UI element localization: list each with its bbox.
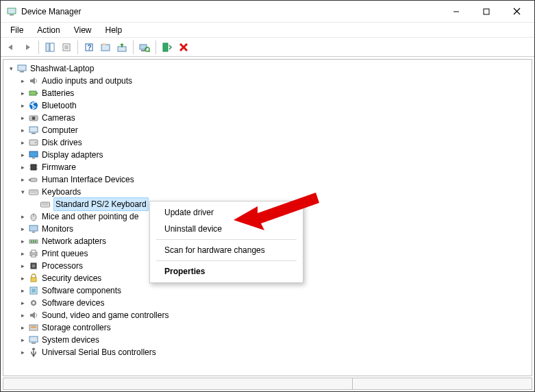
svg-rect-71 — [29, 336, 38, 342]
expand-icon[interactable]: ▸ — [18, 161, 28, 173]
category-label: Software devices — [42, 297, 104, 309]
update-driver-button[interactable] — [114, 40, 129, 55]
svg-rect-25 — [20, 71, 24, 73]
storage-icon — [28, 322, 39, 333]
svg-rect-16 — [118, 47, 126, 51]
svg-rect-35 — [29, 151, 38, 157]
keyboard-icon — [40, 199, 51, 210]
category-label: Sound, video and game controllers — [42, 309, 169, 321]
category-label: Display adapters — [42, 149, 103, 161]
help-button[interactable]: ? — [82, 40, 97, 55]
category-label: Universal Serial Bus controllers — [42, 346, 156, 358]
collapse-icon[interactable]: ▾ — [6, 62, 16, 75]
svg-rect-72 — [32, 343, 36, 344]
mouse-icon — [28, 211, 39, 222]
show-hide-tree-button[interactable] — [42, 40, 58, 55]
action-button[interactable] — [98, 40, 113, 55]
maximize-button[interactable] — [471, 1, 501, 22]
network-icon — [28, 236, 39, 247]
expand-icon[interactable]: ▸ — [18, 247, 28, 260]
expand-icon[interactable]: ▸ — [18, 173, 28, 186]
expand-icon[interactable]: ▸ — [18, 124, 28, 136]
expand-icon[interactable]: ▸ — [18, 272, 28, 284]
menu-action[interactable]: Action — [30, 24, 66, 36]
category-label: Keyboards — [42, 186, 81, 198]
menubar: File Action View Help — [1, 23, 534, 38]
tree-category[interactable]: ▸Display adapters — [5, 149, 530, 161]
device-label: Standard PS/2 Keyboard — [53, 197, 149, 211]
category-label: Audio inputs and outputs — [42, 75, 132, 87]
tree-category[interactable]: ▸Software components — [5, 284, 530, 297]
tree-category[interactable]: ▸Firmware — [5, 161, 530, 173]
tree-category[interactable]: ▸System devices — [5, 334, 530, 346]
tree-category[interactable]: ▸Bluetooth — [5, 99, 530, 112]
tree-root-node[interactable]: ▾Shashwat-Laptop — [5, 62, 530, 75]
tree-category[interactable]: ▸Computer — [5, 124, 530, 136]
minimize-button[interactable] — [441, 1, 471, 22]
svg-rect-1 — [10, 14, 14, 16]
svg-rect-26 — [29, 91, 36, 95]
toolbar-separator — [155, 40, 156, 54]
context-menu-separator — [156, 260, 297, 261]
expand-icon[interactable]: ▸ — [18, 87, 28, 99]
close-button[interactable] — [501, 1, 532, 22]
menu-view[interactable]: View — [67, 24, 99, 36]
expand-icon[interactable]: ▾ — [18, 186, 28, 198]
svg-point-73 — [33, 355, 35, 357]
expand-icon[interactable]: ▸ — [18, 346, 28, 358]
menu-file[interactable]: File — [3, 24, 30, 36]
context-menu-item[interactable]: Uninstall device — [152, 221, 301, 237]
context-menu-item[interactable]: Properties — [152, 263, 301, 280]
tree-category[interactable]: ▸Cameras — [5, 112, 530, 124]
tree-category[interactable]: ▸Audio inputs and outputs — [5, 75, 530, 87]
expand-icon[interactable]: ▸ — [18, 149, 28, 161]
svg-point-67 — [33, 302, 35, 304]
svg-rect-52 — [29, 225, 38, 231]
expand-icon[interactable]: ▸ — [18, 260, 28, 272]
add-legacy-button[interactable] — [160, 40, 175, 55]
computer-icon — [28, 125, 39, 136]
menu-help[interactable]: Help — [99, 24, 129, 36]
expand-icon[interactable]: ▸ — [18, 334, 28, 346]
status-bar-separator — [352, 378, 353, 389]
cpu-icon — [28, 260, 39, 271]
expand-icon[interactable]: ▸ — [18, 297, 28, 309]
tree-category[interactable]: ▸Batteries — [5, 87, 530, 99]
category-label: Firmware — [42, 161, 76, 173]
expand-icon[interactable]: ▸ — [18, 136, 28, 149]
svg-rect-59 — [32, 250, 36, 253]
forward-button[interactable] — [20, 40, 35, 55]
context-menu-item[interactable]: Update driver — [152, 204, 301, 221]
expand-icon[interactable]: ▸ — [18, 284, 28, 297]
toolbar: ? — [1, 38, 534, 57]
expand-icon[interactable]: ▸ — [18, 223, 28, 235]
svg-rect-60 — [32, 255, 36, 257]
tree-category[interactable]: ▸Storage controllers — [5, 321, 530, 334]
expand-icon[interactable]: ▸ — [18, 309, 28, 321]
expand-icon[interactable]: ▸ — [18, 321, 28, 334]
expand-icon[interactable]: ▸ — [18, 75, 28, 87]
tree-category[interactable]: ▾Keyboards — [5, 186, 530, 198]
tree-category[interactable]: ▸Disk drives — [5, 136, 530, 149]
tree-category[interactable]: ▸Universal Serial Bus controllers — [5, 346, 530, 358]
context-menu-item[interactable]: Scan for hardware changes — [152, 242, 301, 258]
category-label: Disk drives — [42, 136, 82, 149]
tree-category[interactable]: ▸Human Interface Devices — [5, 173, 530, 186]
expand-icon[interactable]: ▸ — [18, 99, 28, 112]
uninstall-button[interactable] — [176, 40, 191, 55]
tree-category[interactable]: ▸Software devices — [5, 297, 530, 309]
context-menu-separator — [156, 239, 297, 240]
back-button[interactable] — [3, 40, 18, 55]
svg-rect-15 — [103, 43, 105, 45]
expand-icon[interactable]: ▸ — [18, 112, 28, 124]
tree-category[interactable]: ▸Sound, video and game controllers — [5, 309, 530, 321]
scan-hardware-button[interactable] — [137, 40, 152, 55]
svg-rect-24 — [18, 65, 26, 71]
expand-icon[interactable]: ▸ — [18, 235, 28, 247]
speaker-icon — [28, 75, 39, 86]
toolbar-separator — [133, 40, 134, 54]
svg-text:?: ? — [88, 44, 92, 51]
expand-icon[interactable]: ▸ — [18, 210, 28, 223]
status-bar — [3, 378, 532, 390]
properties-button[interactable] — [59, 40, 74, 55]
